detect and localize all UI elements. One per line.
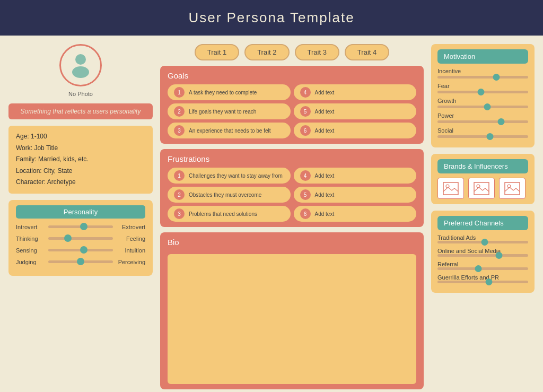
channel-slider-traditional[interactable]: Traditional Ads (437, 234, 528, 243)
frustration-num-1: 1 (174, 170, 185, 181)
slider-thumb[interactable] (80, 246, 87, 254)
trait-2-button[interactable]: Trait 2 (244, 44, 289, 60)
motivation-track-fear[interactable] (437, 91, 528, 93)
info-line-work: Work: Job Title (16, 143, 145, 154)
slider-judging-perceiving[interactable]: Judging Perceiving (16, 259, 145, 265)
bio-section: Bio (160, 232, 424, 389)
slider-sensing-intuition[interactable]: Sensing Intuition (16, 247, 145, 254)
motivation-thumb-power[interactable] (497, 118, 504, 125)
frustration-num-2: 2 (174, 189, 185, 200)
motivation-track-social[interactable] (437, 135, 528, 138)
info-line-family: Family: Married, kids, etc. (16, 154, 145, 165)
brands-section: Brands & Influencers (431, 154, 535, 204)
goal-item-6: 6 Add text (294, 123, 417, 138)
slider-introvert-extrovert[interactable]: Introvert Extrovert (16, 224, 145, 230)
goal-num-3: 3 (174, 125, 185, 136)
slider-track[interactable] (48, 237, 113, 240)
slider-track[interactable] (48, 260, 113, 263)
goals-title: Goals (168, 71, 416, 80)
motivation-track-power[interactable] (437, 120, 528, 123)
goal-text-3: An experience that needs to be felt (189, 128, 271, 134)
channel-track-guerrilla[interactable] (437, 281, 528, 283)
slider-track[interactable] (48, 225, 113, 228)
svg-rect-4 (474, 182, 489, 195)
motivation-thumb-growth[interactable] (484, 103, 491, 110)
goal-item-3: 3 An experience that needs to be felt (168, 123, 291, 138)
avatar (59, 44, 102, 86)
frustration-num-3: 3 (174, 208, 185, 219)
motivation-slider-social[interactable]: Social (437, 127, 528, 138)
motivation-track-growth[interactable] (437, 106, 528, 108)
frustration-item-6: 6 Add text (294, 206, 417, 222)
brands-header: Brands & Influencers (437, 159, 528, 173)
info-line-age: Age: 1-100 (16, 131, 145, 143)
channel-thumb-social[interactable] (496, 252, 503, 259)
motivation-label-social: Social (437, 127, 528, 134)
goal-text-4: Add text (315, 90, 335, 95)
frustration-item-1: 1 Challenges they want to stay away from (168, 168, 291, 184)
motivation-header: Motivation (437, 49, 528, 64)
channel-track-traditional[interactable] (437, 241, 528, 243)
frustration-num-5: 5 (300, 189, 311, 200)
svg-rect-6 (505, 182, 520, 195)
page-title: User Persona Template (0, 0, 543, 36)
channel-track-referral[interactable] (437, 267, 528, 270)
goal-item-2: 2 Life goals they want to reach (168, 103, 291, 119)
image-icon-3 (504, 182, 520, 195)
channel-label-referral: Referral (437, 261, 528, 267)
channel-thumb-referral[interactable] (475, 265, 481, 272)
svg-point-0 (75, 54, 86, 65)
goals-grid: 1 A task they need to complete 4 Add tex… (168, 84, 416, 138)
slider-thumb[interactable] (77, 258, 84, 265)
slider-thumb[interactable] (80, 223, 87, 230)
slider-thumb[interactable] (64, 234, 72, 242)
bio-title: Bio (168, 238, 416, 247)
channel-slider-referral[interactable]: Referral (437, 261, 528, 270)
channel-thumb-guerrilla[interactable] (486, 278, 493, 285)
personality-section: Personality Introvert Extrovert Thinking… (8, 200, 153, 276)
motivation-label-growth: Growth (437, 98, 528, 104)
motivation-slider-power[interactable]: Power (437, 112, 528, 123)
motivation-slider-fear[interactable]: Fear (437, 83, 528, 93)
motivation-track-incentive[interactable] (437, 76, 528, 79)
traits-row: Trait 1 Trait 2 Trait 3 Trait 4 (160, 44, 424, 60)
slider-thinking-feeling[interactable]: Thinking Feeling (16, 236, 145, 242)
motivation-slider-incentive[interactable]: Incentive (437, 68, 528, 79)
motivation-slider-growth[interactable]: Growth (437, 98, 528, 108)
channel-slider-guerrilla[interactable]: Guerrilla Efforts and PR (437, 274, 528, 283)
motivation-thumb-social[interactable] (487, 133, 494, 140)
frustration-text-4: Add text (315, 173, 335, 179)
motivation-section: Motivation Incentive Fear Growth (431, 44, 535, 147)
brands-images (437, 178, 528, 199)
image-icon-2 (474, 182, 489, 195)
channel-slider-social[interactable]: Online and Social Media (437, 248, 528, 257)
goal-num-5: 5 (300, 106, 311, 117)
trait-4-button[interactable]: Trait 4 (345, 44, 389, 60)
trait-1-button[interactable]: Trait 1 (195, 44, 239, 60)
slider-track[interactable] (48, 249, 113, 251)
slider-left-label: Sensing (16, 247, 45, 254)
avatar-label: No Photo (68, 91, 93, 97)
frustration-num-6: 6 (300, 208, 311, 219)
brand-image-3[interactable] (499, 178, 526, 199)
goal-num-4: 4 (300, 87, 311, 98)
preferred-channels-section: Preferred Channels Traditional Ads Onlin… (431, 211, 535, 293)
bio-content[interactable] (168, 254, 416, 384)
trait-3-button[interactable]: Trait 3 (295, 44, 339, 60)
channel-track-social[interactable] (437, 254, 528, 257)
channel-thumb-traditional[interactable] (481, 239, 488, 246)
personality-title: Personality (16, 205, 145, 219)
motivation-thumb-incentive[interactable] (493, 74, 500, 81)
info-line-location: Location: City, State (16, 165, 145, 177)
frustration-item-3: 3 Problems that need solutions (168, 206, 291, 222)
svg-point-1 (72, 66, 89, 78)
motivation-thumb-fear[interactable] (478, 89, 485, 95)
goal-num-6: 6 (300, 125, 311, 136)
brand-image-1[interactable] (437, 178, 464, 199)
brand-image-2[interactable] (468, 178, 495, 199)
goal-text-5: Add text (315, 109, 335, 115)
goal-num-1: 1 (174, 87, 185, 98)
goal-num-2: 2 (174, 106, 185, 117)
frustration-text-3: Problems that need solutions (189, 211, 257, 217)
slider-right-label: Intuition (116, 247, 145, 254)
